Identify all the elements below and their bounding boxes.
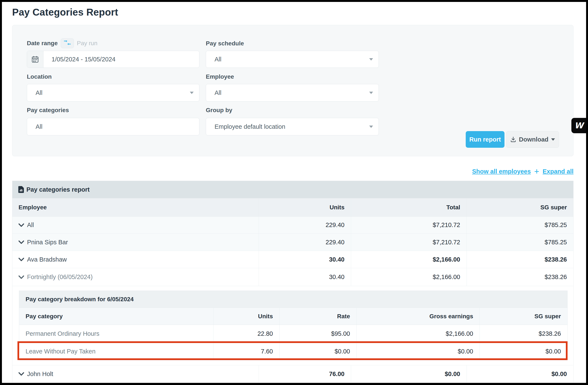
report-document-icon [18,186,24,193]
swap-arrows-icon [64,41,71,46]
download-button[interactable]: Download [506,131,559,148]
row-label: John Holt [27,370,53,378]
col-employee: Employee [12,198,259,216]
date-range-label[interactable]: Date range [27,40,58,47]
row-sg-super: $0.00 [466,365,573,383]
frame-border-bottom [0,383,588,385]
row-units: 30.40 [259,268,351,286]
row-label: Leave Without Pay Taken [19,342,213,360]
expand-all-link[interactable]: Expand all [543,168,573,175]
download-icon [510,136,516,142]
chevron-down-icon[interactable] [19,224,24,227]
watermark-badge: W [571,118,586,133]
row-label: Pnina Sips Bar [27,239,68,246]
row-units: 229.40 [259,217,351,233]
pay-categories-table: Pay categories report Employee Units Tot… [12,181,573,383]
screenshot: Pay Categories Report Date range Pay run [0,0,588,385]
row-units: 30.40 [259,251,351,268]
frame-border-right [586,0,588,385]
pay-run-label[interactable]: Pay run [77,40,98,47]
pay-category-breakdown-panel: Pay category breakdown for 6/05/2024 Pay… [19,291,567,360]
run-report-button[interactable]: Run report [466,131,504,148]
row-units: 7.60 [213,342,279,360]
plus-icon[interactable]: + [534,167,539,176]
row-units: 76.00 [259,365,351,383]
row-total: $0.00 [351,365,466,383]
row-sg-super: $785.25 [466,234,573,251]
chevron-down-icon[interactable] [19,240,24,244]
frame-border-top [0,0,588,2]
group-by-label: Group by [206,107,232,114]
chevron-down-icon[interactable] [19,258,24,261]
date-range-input[interactable]: 1/05/2024 - 15/05/2024 [27,51,199,68]
frame-border-left [0,0,2,385]
row-units: 229.40 [259,234,351,251]
col-total: Total [351,198,466,216]
row-sg-super: $238.26 [466,268,573,286]
chevron-down-icon [551,138,555,141]
breakdown-header-row: Pay category Units Rate Gross earnings S… [19,308,567,325]
col-sg-super: SG super [480,308,567,325]
row-rate: $0.00 [279,342,357,360]
col-pay-category: Pay category [19,308,213,325]
row-total: $7,210.72 [351,234,466,251]
col-rate: Rate [279,308,357,325]
pay-categories-label: Pay categories [27,107,69,114]
pay-schedule-value: All [206,56,221,63]
pay-schedule-label: Pay schedule [206,40,244,47]
employee-select[interactable]: All [206,84,379,101]
breakdown-row-leave-without-pay: Leave Without Pay Taken 7.60 $0.00 $0.00… [19,342,567,360]
row-label: All [27,222,34,228]
chevron-down-icon[interactable] [19,275,24,279]
breakdown-title: Pay category breakdown for 6/05/2024 [19,291,567,308]
breakdown-row-ordinary-hours: Permanent Ordinary Hours 22.80 $95.00 $2… [19,325,567,342]
row-label: Permanent Ordinary Hours [19,325,213,342]
row-units: 22.80 [213,325,279,342]
show-all-employees-link[interactable]: Show all employees [472,168,531,175]
filter-panel: Date range Pay run [12,25,573,156]
employee-label: Employee [206,73,234,80]
page-title: Pay Categories Report [12,6,118,18]
group-by-value: Employee default location [206,123,285,130]
location-select[interactable]: All [27,84,199,101]
table-row-employee-john[interactable]: John Holt 76.00 $0.00 $0.00 [12,365,573,383]
table-title-bar: Pay categories report [12,181,573,198]
row-gross-earnings: $2,166.00 [357,325,480,342]
watermark-letter: W [574,121,583,130]
table-row-location[interactable]: Pnina Sips Bar 229.40 $7,210.72 $785.25 [12,234,573,251]
row-total: $2,166.00 [351,268,466,286]
table-actions: Show all employees + Expand all [12,166,573,176]
date-mode-row: Date range Pay run [27,38,97,48]
chevron-down-icon [369,58,373,61]
location-label: Location [27,73,52,80]
breakdown-band: Pay category breakdown for 6/05/2024 Pay… [12,286,573,365]
employee-value: All [206,89,221,96]
row-sg-super: $0.00 [480,342,567,360]
row-label: Ava Bradshaw [27,256,67,263]
pay-categories-input[interactable]: All [27,118,199,135]
row-total: $2,166.00 [351,251,466,268]
row-total: $7,210.72 [351,217,466,233]
date-mode-toggle[interactable] [61,38,74,48]
col-units: Units [213,308,279,325]
table-row-payrun[interactable]: Fortnightly (06/05/2024) 30.40 $2,166.00… [12,268,573,286]
table-row-all[interactable]: All 229.40 $7,210.72 $785.25 [12,217,573,234]
calendar-icon [27,51,43,68]
date-range-value: 1/05/2024 - 15/05/2024 [43,56,115,63]
chevron-down-icon [369,126,373,128]
group-by-select[interactable]: Employee default location [206,118,379,135]
row-sg-super: $238.26 [466,251,573,268]
chevron-down-icon [190,92,194,94]
pay-categories-value: All [27,123,42,130]
pay-schedule-select[interactable]: All [206,51,379,68]
download-button-label: Download [519,136,548,143]
row-rate: $95.00 [279,325,357,342]
col-sg-super: SG super [466,198,573,216]
row-sg-super: $238.26 [480,325,567,342]
col-units: Units [259,198,351,216]
row-gross-earnings: $0.00 [357,342,480,360]
row-sg-super: $785.25 [466,217,573,233]
table-row-employee-ava[interactable]: Ava Bradshaw 30.40 $2,166.00 $238.26 [12,251,573,268]
col-gross-earnings: Gross earnings [357,308,480,325]
chevron-down-icon[interactable] [19,372,24,376]
